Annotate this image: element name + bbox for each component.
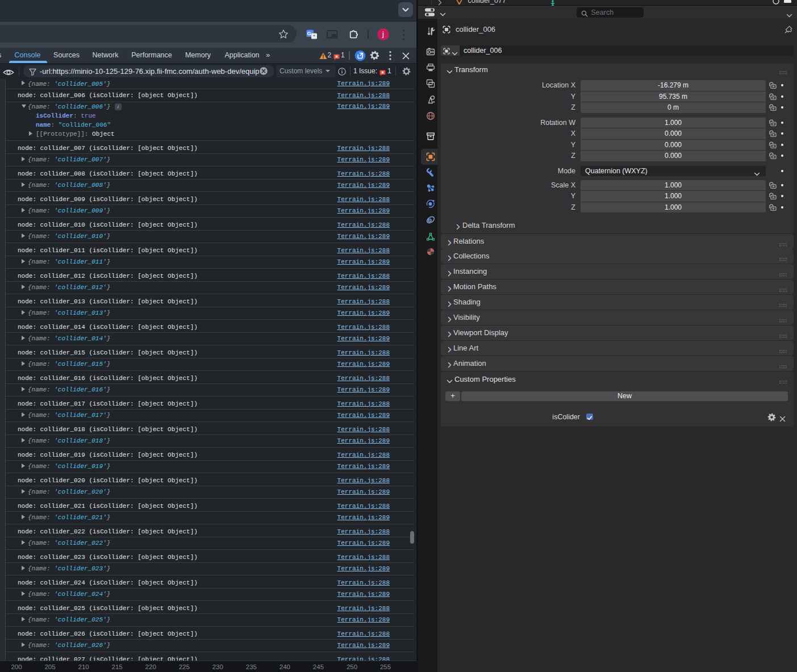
svg-text:G: G: [307, 30, 311, 36]
svg-text:*: *: [313, 34, 315, 39]
